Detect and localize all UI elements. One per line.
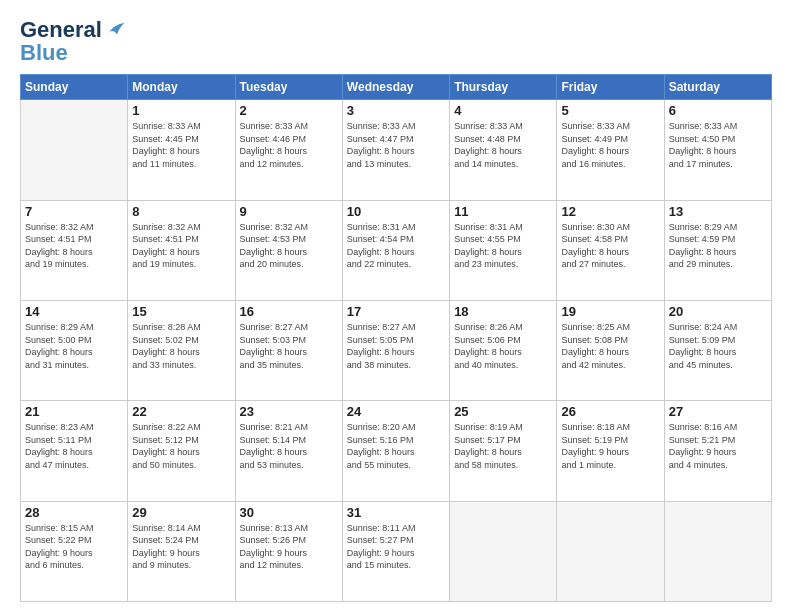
calendar-cell: 5Sunrise: 8:33 AM Sunset: 4:49 PM Daylig… [557, 100, 664, 200]
calendar-cell: 20Sunrise: 8:24 AM Sunset: 5:09 PM Dayli… [664, 300, 771, 400]
page: General Blue Sunday Monday Tuesday Wedne… [0, 0, 792, 612]
calendar-cell [557, 501, 664, 601]
calendar-cell [664, 501, 771, 601]
th-wednesday: Wednesday [342, 75, 449, 100]
day-number: 24 [347, 404, 445, 419]
day-info: Sunrise: 8:32 AM Sunset: 4:53 PM Dayligh… [240, 221, 338, 271]
calendar-cell: 25Sunrise: 8:19 AM Sunset: 5:17 PM Dayli… [450, 401, 557, 501]
day-info: Sunrise: 8:25 AM Sunset: 5:08 PM Dayligh… [561, 321, 659, 371]
week-row-1: 1Sunrise: 8:33 AM Sunset: 4:45 PM Daylig… [21, 100, 772, 200]
day-number: 17 [347, 304, 445, 319]
calendar-cell: 10Sunrise: 8:31 AM Sunset: 4:54 PM Dayli… [342, 200, 449, 300]
th-friday: Friday [557, 75, 664, 100]
calendar-cell: 1Sunrise: 8:33 AM Sunset: 4:45 PM Daylig… [128, 100, 235, 200]
logo-text: General [20, 18, 102, 42]
day-info: Sunrise: 8:11 AM Sunset: 5:27 PM Dayligh… [347, 522, 445, 572]
day-info: Sunrise: 8:29 AM Sunset: 5:00 PM Dayligh… [25, 321, 123, 371]
day-number: 11 [454, 204, 552, 219]
calendar-cell [450, 501, 557, 601]
day-number: 5 [561, 103, 659, 118]
day-info: Sunrise: 8:15 AM Sunset: 5:22 PM Dayligh… [25, 522, 123, 572]
day-info: Sunrise: 8:29 AM Sunset: 4:59 PM Dayligh… [669, 221, 767, 271]
calendar-cell: 6Sunrise: 8:33 AM Sunset: 4:50 PM Daylig… [664, 100, 771, 200]
day-number: 16 [240, 304, 338, 319]
day-info: Sunrise: 8:27 AM Sunset: 5:05 PM Dayligh… [347, 321, 445, 371]
th-sunday: Sunday [21, 75, 128, 100]
day-number: 8 [132, 204, 230, 219]
day-number: 20 [669, 304, 767, 319]
day-number: 12 [561, 204, 659, 219]
th-tuesday: Tuesday [235, 75, 342, 100]
calendar-table: Sunday Monday Tuesday Wednesday Thursday… [20, 74, 772, 602]
calendar-cell: 30Sunrise: 8:13 AM Sunset: 5:26 PM Dayli… [235, 501, 342, 601]
calendar-cell: 18Sunrise: 8:26 AM Sunset: 5:06 PM Dayli… [450, 300, 557, 400]
calendar-cell [21, 100, 128, 200]
day-info: Sunrise: 8:16 AM Sunset: 5:21 PM Dayligh… [669, 421, 767, 471]
day-number: 1 [132, 103, 230, 118]
day-number: 28 [25, 505, 123, 520]
week-row-4: 21Sunrise: 8:23 AM Sunset: 5:11 PM Dayli… [21, 401, 772, 501]
day-info: Sunrise: 8:33 AM Sunset: 4:47 PM Dayligh… [347, 120, 445, 170]
day-number: 4 [454, 103, 552, 118]
day-info: Sunrise: 8:31 AM Sunset: 4:54 PM Dayligh… [347, 221, 445, 271]
day-number: 9 [240, 204, 338, 219]
day-number: 7 [25, 204, 123, 219]
day-info: Sunrise: 8:22 AM Sunset: 5:12 PM Dayligh… [132, 421, 230, 471]
week-row-2: 7Sunrise: 8:32 AM Sunset: 4:51 PM Daylig… [21, 200, 772, 300]
day-number: 25 [454, 404, 552, 419]
week-row-3: 14Sunrise: 8:29 AM Sunset: 5:00 PM Dayli… [21, 300, 772, 400]
weekday-header-row: Sunday Monday Tuesday Wednesday Thursday… [21, 75, 772, 100]
day-number: 29 [132, 505, 230, 520]
day-info: Sunrise: 8:18 AM Sunset: 5:19 PM Dayligh… [561, 421, 659, 471]
calendar-cell: 13Sunrise: 8:29 AM Sunset: 4:59 PM Dayli… [664, 200, 771, 300]
week-row-5: 28Sunrise: 8:15 AM Sunset: 5:22 PM Dayli… [21, 501, 772, 601]
logo-blue: Blue [20, 42, 126, 64]
calendar-cell: 31Sunrise: 8:11 AM Sunset: 5:27 PM Dayli… [342, 501, 449, 601]
th-saturday: Saturday [664, 75, 771, 100]
day-info: Sunrise: 8:13 AM Sunset: 5:26 PM Dayligh… [240, 522, 338, 572]
calendar-cell: 14Sunrise: 8:29 AM Sunset: 5:00 PM Dayli… [21, 300, 128, 400]
calendar-cell: 19Sunrise: 8:25 AM Sunset: 5:08 PM Dayli… [557, 300, 664, 400]
day-number: 10 [347, 204, 445, 219]
calendar-cell: 11Sunrise: 8:31 AM Sunset: 4:55 PM Dayli… [450, 200, 557, 300]
day-number: 26 [561, 404, 659, 419]
calendar-cell: 28Sunrise: 8:15 AM Sunset: 5:22 PM Dayli… [21, 501, 128, 601]
day-number: 18 [454, 304, 552, 319]
day-number: 27 [669, 404, 767, 419]
day-number: 6 [669, 103, 767, 118]
calendar-cell: 16Sunrise: 8:27 AM Sunset: 5:03 PM Dayli… [235, 300, 342, 400]
day-number: 31 [347, 505, 445, 520]
calendar-cell: 23Sunrise: 8:21 AM Sunset: 5:14 PM Dayli… [235, 401, 342, 501]
header: General Blue [20, 18, 772, 64]
calendar-cell: 24Sunrise: 8:20 AM Sunset: 5:16 PM Dayli… [342, 401, 449, 501]
day-info: Sunrise: 8:24 AM Sunset: 5:09 PM Dayligh… [669, 321, 767, 371]
day-info: Sunrise: 8:20 AM Sunset: 5:16 PM Dayligh… [347, 421, 445, 471]
day-info: Sunrise: 8:33 AM Sunset: 4:46 PM Dayligh… [240, 120, 338, 170]
th-monday: Monday [128, 75, 235, 100]
day-info: Sunrise: 8:28 AM Sunset: 5:02 PM Dayligh… [132, 321, 230, 371]
day-info: Sunrise: 8:27 AM Sunset: 5:03 PM Dayligh… [240, 321, 338, 371]
day-info: Sunrise: 8:23 AM Sunset: 5:11 PM Dayligh… [25, 421, 123, 471]
day-info: Sunrise: 8:21 AM Sunset: 5:14 PM Dayligh… [240, 421, 338, 471]
day-info: Sunrise: 8:19 AM Sunset: 5:17 PM Dayligh… [454, 421, 552, 471]
calendar-cell: 9Sunrise: 8:32 AM Sunset: 4:53 PM Daylig… [235, 200, 342, 300]
calendar-cell: 2Sunrise: 8:33 AM Sunset: 4:46 PM Daylig… [235, 100, 342, 200]
day-info: Sunrise: 8:31 AM Sunset: 4:55 PM Dayligh… [454, 221, 552, 271]
day-number: 22 [132, 404, 230, 419]
calendar-cell: 7Sunrise: 8:32 AM Sunset: 4:51 PM Daylig… [21, 200, 128, 300]
day-info: Sunrise: 8:33 AM Sunset: 4:45 PM Dayligh… [132, 120, 230, 170]
calendar-cell: 8Sunrise: 8:32 AM Sunset: 4:51 PM Daylig… [128, 200, 235, 300]
day-number: 21 [25, 404, 123, 419]
calendar-cell: 26Sunrise: 8:18 AM Sunset: 5:19 PM Dayli… [557, 401, 664, 501]
logo: General Blue [20, 18, 126, 64]
day-number: 3 [347, 103, 445, 118]
calendar-cell: 27Sunrise: 8:16 AM Sunset: 5:21 PM Dayli… [664, 401, 771, 501]
day-number: 23 [240, 404, 338, 419]
calendar-cell: 12Sunrise: 8:30 AM Sunset: 4:58 PM Dayli… [557, 200, 664, 300]
day-info: Sunrise: 8:32 AM Sunset: 4:51 PM Dayligh… [25, 221, 123, 271]
logo-bird-icon [104, 19, 126, 41]
day-info: Sunrise: 8:26 AM Sunset: 5:06 PM Dayligh… [454, 321, 552, 371]
calendar-cell: 4Sunrise: 8:33 AM Sunset: 4:48 PM Daylig… [450, 100, 557, 200]
calendar-cell: 29Sunrise: 8:14 AM Sunset: 5:24 PM Dayli… [128, 501, 235, 601]
calendar-cell: 21Sunrise: 8:23 AM Sunset: 5:11 PM Dayli… [21, 401, 128, 501]
